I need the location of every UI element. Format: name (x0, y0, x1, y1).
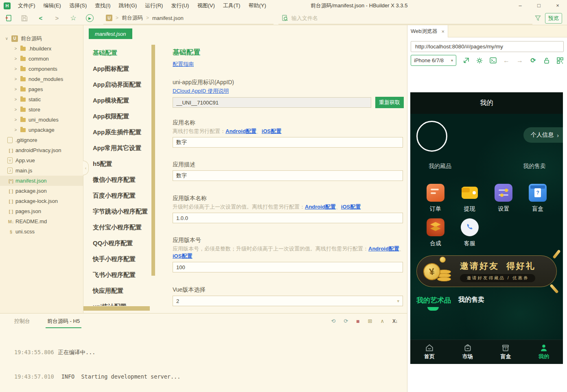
close-tab-icon[interactable]: × (441, 28, 444, 35)
tree-file-gitignore[interactable]: .gitignore (0, 135, 83, 145)
stat-my-collections[interactable]: 我的藏品 (418, 163, 462, 170)
chevron-collapsed-icon[interactable]: > (13, 57, 18, 61)
section-app-modules[interactable]: App模块配置 (83, 92, 151, 108)
menu-tools[interactable]: 工具(T) (219, 0, 245, 11)
tree-file-package[interactable]: [ ]package.json (0, 186, 83, 196)
grid-item-blindbox[interactable]: ? 盲盒 (529, 184, 547, 213)
android-config-link[interactable]: Android配置 (368, 246, 399, 252)
chevron-collapsed-icon[interactable]: > (13, 67, 18, 71)
profile-info-button[interactable]: 个人信息 › (523, 127, 563, 143)
chevron-collapsed-icon[interactable]: > (13, 128, 18, 132)
chevron-expanded-icon[interactable]: ∨ (4, 36, 9, 41)
tree-file-mainjs[interactable]: Jmain.js (0, 166, 83, 176)
editor-horizontal-scrollbar[interactable] (83, 306, 150, 311)
config-guide-link[interactable]: 配置指南 (173, 61, 194, 68)
ios-config-link[interactable]: iOS配置 (262, 128, 281, 134)
nav-market[interactable]: 市场 (449, 340, 487, 364)
vue-version-select[interactable]: 2 ▾ (173, 296, 403, 306)
tree-folder-node-modules[interactable]: >node_modules (0, 74, 83, 84)
stop-icon[interactable]: ■ (356, 318, 359, 324)
regain-appid-button[interactable]: 重新获取 (375, 97, 404, 108)
tree-file-manifest[interactable]: [*]manifest.json (0, 176, 83, 186)
tab-console[interactable]: 控制台 (14, 318, 30, 325)
menu-find[interactable]: 查找(I) (91, 0, 114, 11)
tree-file-readme[interactable]: M↓README.md (0, 216, 83, 226)
device-select[interactable]: iPhone 6/7/8 ▾ (411, 55, 456, 66)
editor-tab-manifest[interactable]: manifest.json (89, 28, 132, 39)
browser-forward-icon[interactable]: → (516, 57, 523, 64)
android-config-link[interactable]: Android配置 (225, 128, 256, 134)
tree-folder-pages[interactable]: >pages (0, 84, 83, 94)
section-weixin-mp[interactable]: 微信小程序配置 (83, 172, 151, 187)
tree-folder-components[interactable]: >components (0, 64, 83, 74)
restart-icon[interactable]: ⟳ (344, 318, 348, 324)
menu-edit[interactable]: 编辑(E) (39, 0, 65, 11)
minimize-button[interactable]: – (511, 0, 530, 11)
save-icon[interactable] (16, 12, 33, 24)
section-qq-mp[interactable]: QQ小程序配置 (83, 235, 151, 251)
breadcrumb-project[interactable]: 前台源码 (122, 14, 143, 22)
grid-item-service[interactable]: 客服 (461, 218, 479, 247)
grid-item-withdraw[interactable]: 提现 (461, 184, 479, 213)
tree-folder-static[interactable]: >static (0, 94, 83, 105)
section-alipay-mp[interactable]: 支付宝小程序配置 (83, 219, 151, 235)
tab-web-browser[interactable]: Web浏览器 × (407, 25, 448, 37)
lock-icon[interactable] (543, 57, 550, 64)
ios-config-link[interactable]: iOS配置 (173, 253, 192, 259)
chevron-collapsed-icon[interactable]: > (13, 97, 18, 102)
open-external-browser-icon[interactable] (462, 57, 470, 64)
section-app-native-plugins[interactable]: App原生插件配置 (83, 124, 151, 140)
section-app-permissions[interactable]: App权限配置 (83, 108, 151, 124)
filter-funnel-icon[interactable] (535, 15, 541, 21)
tree-file-pagesjson[interactable]: [ ]pages.json (0, 206, 83, 216)
clear-console-icon[interactable]: ⟲ (331, 318, 335, 324)
appid-input[interactable] (173, 97, 371, 108)
qrcode-icon[interactable] (556, 57, 564, 64)
section-basic[interactable]: 基础配置 (83, 45, 151, 61)
appid-doc-link[interactable]: DCloud AppID 使用说明 (173, 88, 229, 94)
tree-folder-unpackage[interactable]: >unpackage (0, 125, 83, 135)
tab-my-artworks[interactable]: 我的艺术品 (416, 296, 451, 305)
tree-file-androidprivacy[interactable]: [ ]androidPrivacy.json (0, 145, 83, 155)
stat-my-sales[interactable]: 我的售卖 (512, 163, 557, 170)
grid-item-settings[interactable]: 设置 (495, 184, 512, 213)
menu-select[interactable]: 选择(S) (65, 0, 91, 11)
tree-folder-store[interactable]: >store (0, 105, 83, 115)
file-search-box[interactable] (278, 12, 532, 24)
invite-banner[interactable]: ¥ 邀请好友 得好礼 邀请好友得藏品 / 优惠券 (416, 255, 557, 287)
tab-h5-run[interactable]: 前台源码 - H5 (46, 314, 81, 328)
tree-folder-common[interactable]: >common (0, 54, 83, 64)
devtools-console-icon[interactable] (489, 57, 497, 64)
section-nav-scrollbar[interactable] (151, 45, 155, 276)
menu-publish[interactable]: 发行(U) (167, 0, 193, 11)
close-button[interactable]: × (548, 0, 567, 11)
browser-back-icon[interactable]: ← (503, 57, 510, 64)
section-feishu-mp[interactable]: 飞书小程序配置 (83, 267, 151, 283)
section-bytedance-mp[interactable]: 字节跳动小程序配置 (83, 203, 151, 219)
menu-view[interactable]: 视图(V) (193, 0, 219, 11)
collapse-panel-icon[interactable]: ∧ (380, 318, 384, 324)
section-uni-stats[interactable]: uni统计配置 (83, 298, 151, 306)
android-config-link[interactable]: Android配置 (305, 204, 336, 210)
tree-file-uniscss[interactable]: §uni.scss (0, 226, 83, 237)
favorite-star-icon[interactable]: ☆ (65, 12, 81, 24)
chevron-collapsed-icon[interactable]: > (13, 118, 18, 122)
section-app-other[interactable]: App常用其它设置 (83, 140, 151, 156)
chevron-collapsed-icon[interactable]: > (13, 107, 18, 112)
chevron-collapsed-icon[interactable]: > (13, 87, 18, 91)
section-quickapp[interactable]: 快应用配置 (83, 283, 151, 298)
avatar[interactable] (416, 121, 447, 152)
browser-url-bar[interactable] (411, 41, 564, 52)
tree-file-packagelock[interactable]: [ ]package-lock.json (0, 196, 83, 206)
menu-run[interactable]: 运行(R) (141, 0, 167, 11)
nav-blindbox[interactable]: ? 盲盒 (487, 340, 525, 364)
chevron-collapsed-icon[interactable]: > (13, 46, 18, 51)
tree-folder-uni-modules[interactable]: >uni_modules (0, 115, 83, 125)
file-search-input[interactable] (291, 15, 529, 21)
tree-file-appvue[interactable]: VApp.vue (0, 155, 83, 166)
menu-help[interactable]: 帮助(Y) (244, 0, 270, 11)
section-baidu-mp[interactable]: 百度小程序配置 (83, 187, 151, 203)
close-console-icon[interactable]: X↓ (392, 318, 397, 324)
version-code-input[interactable] (173, 262, 403, 272)
settings-gear-icon[interactable] (476, 57, 483, 64)
